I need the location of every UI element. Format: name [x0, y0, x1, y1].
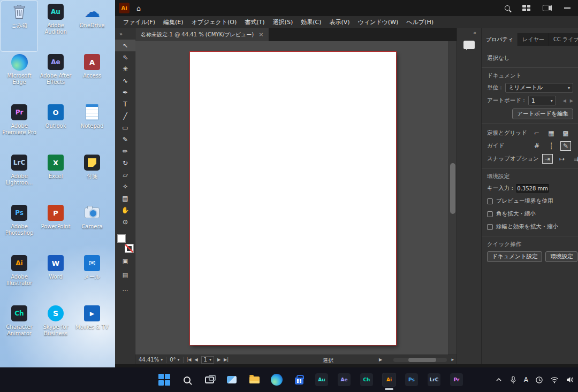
desktop-icon-notepad[interactable]: Notepad: [74, 102, 110, 152]
desktop-icon-powerpoint[interactable]: P PowerPoint: [37, 202, 74, 252]
collapse-panels-icon[interactable]: «: [473, 30, 476, 36]
taskbar-audition-button[interactable]: Au: [315, 373, 329, 387]
horizontal-scrollbar-thumb[interactable]: [408, 358, 436, 362]
canvas[interactable]: [135, 41, 448, 355]
widgets-button[interactable]: [225, 373, 239, 387]
desktop-icon-character-animator[interactable]: Ch Character Animator: [1, 303, 37, 353]
type-tool[interactable]: T: [115, 98, 135, 110]
start-button[interactable]: [157, 373, 171, 387]
menu-view[interactable]: 表示(V): [329, 18, 349, 26]
menu-object[interactable]: オブジェクト(O): [192, 18, 237, 26]
ruler-icon[interactable]: ⌐: [531, 128, 542, 138]
wifi-icon[interactable]: [550, 376, 559, 383]
first-artboard-icon[interactable]: |◀: [187, 357, 192, 362]
close-tab-icon[interactable]: ×: [258, 31, 263, 38]
vertical-scrollbar[interactable]: [448, 41, 457, 355]
edit-toolbar-icon[interactable]: …: [115, 283, 135, 294]
desktop-icon-skype-for-business[interactable]: S Skype for Business: [37, 303, 74, 353]
eyedropper-tool[interactable]: ✧: [115, 181, 135, 193]
menu-effect[interactable]: 効果(C): [301, 18, 321, 26]
desktop-icon-onedrive[interactable]: ☁ OneDrive: [74, 1, 110, 51]
desktop-icon-excel[interactable]: X Excel: [37, 152, 74, 202]
transparency-grid-icon[interactable]: ▩: [560, 128, 571, 138]
menu-type[interactable]: 書式(T): [245, 18, 264, 26]
desktop-icon-camera[interactable]: Camera: [74, 202, 110, 252]
scale-strokes-effects-checkbox[interactable]: [487, 224, 493, 230]
zoom-level-select[interactable]: 44.41% ▾: [139, 357, 163, 363]
document-setup-button[interactable]: ドキュメント設定: [487, 251, 542, 262]
artboard-select[interactable]: 1 ▾: [528, 96, 556, 105]
paintbrush-tool[interactable]: ✎: [115, 134, 135, 145]
next-artboard-icon[interactable]: ▶: [217, 357, 220, 362]
desktop-icon-after-effects[interactable]: Ae Adobe After Effects: [37, 51, 74, 102]
edge-button[interactable]: [270, 373, 284, 387]
menu-help[interactable]: ヘルプ(H): [406, 18, 434, 26]
microphone-icon[interactable]: [509, 376, 517, 384]
minimize-button[interactable]: [564, 7, 571, 9]
tab-cc-libraries[interactable]: CC ライブラリ: [549, 33, 578, 46]
document-tab[interactable]: 名称未設定-1 @ 44.41 % (CMYK/プレビュー) ×: [135, 28, 269, 41]
fill-swatch[interactable]: [117, 234, 126, 243]
desktop-icon-illustrator[interactable]: Ai Adobe Illustrator: [1, 252, 37, 303]
clock-icon[interactable]: [535, 376, 543, 384]
menu-select[interactable]: 選択(S): [273, 18, 293, 26]
taskbar-search-button[interactable]: [180, 373, 194, 387]
rectangle-tool[interactable]: ▭: [115, 122, 135, 134]
arrange-documents-icon[interactable]: [522, 5, 530, 11]
taskbar-photoshop-button[interactable]: Ps: [405, 373, 419, 387]
scale-corners-checkbox[interactable]: [487, 211, 493, 217]
desktop-icon-movies-tv[interactable]: ▶ Movies & TV: [74, 303, 110, 353]
desktop-icon-access[interactable]: A Access: [74, 51, 110, 102]
taskbar-illustrator-button[interactable]: Ai: [382, 373, 396, 387]
snap-to-grid-icon[interactable]: ⇥: [542, 154, 553, 164]
lasso-tool[interactable]: ∿: [115, 75, 135, 87]
hand-tool[interactable]: ✋: [115, 204, 135, 216]
smart-guides-icon[interactable]: ✎: [560, 141, 571, 151]
file-explorer-button[interactable]: [247, 373, 261, 387]
taskbar-character-animator-button[interactable]: Ch: [360, 373, 374, 387]
volume-icon[interactable]: [566, 376, 574, 383]
snap-to-pixel-icon[interactable]: ⇉: [571, 154, 578, 164]
desktop-icon-sticky-notes[interactable]: 付箋: [74, 152, 110, 202]
task-view-button[interactable]: [202, 373, 216, 387]
artboard-navigation-select[interactable]: 1 ▾: [201, 356, 214, 364]
stroke-swatch[interactable]: [125, 244, 133, 252]
horizontal-scrollbar[interactable]: [393, 358, 447, 362]
previous-artboard-icon[interactable]: ◀: [194, 357, 197, 362]
home-icon[interactable]: ⌂: [136, 4, 141, 12]
taskbar-lightroom-classic-button[interactable]: LrC: [427, 373, 441, 387]
taskbar-after-effects-button[interactable]: Ae: [337, 373, 351, 387]
last-artboard-icon[interactable]: ▶|: [224, 357, 229, 362]
workspace-switcher-icon[interactable]: [543, 5, 552, 11]
desktop-icon-premiere-pro[interactable]: Pr Adobe Premiere Pro: [1, 102, 37, 152]
rotate-tool[interactable]: ↻: [115, 157, 135, 169]
search-icon[interactable]: [505, 5, 510, 11]
microsoft-store-button[interactable]: [292, 373, 306, 387]
previous-artboard-arrow-icon[interactable]: ◀: [563, 98, 566, 103]
key-input-field[interactable]: [516, 184, 549, 193]
tab-properties[interactable]: プロパティ: [482, 33, 518, 46]
gradient-tool[interactable]: ▤: [115, 193, 135, 204]
menu-window[interactable]: ウィンドウ(W): [358, 18, 399, 26]
grid-icon[interactable]: ▦: [546, 128, 557, 138]
tray-overflow-chevron-icon[interactable]: [495, 376, 503, 383]
zoom-tool[interactable]: ⊙: [115, 216, 135, 228]
direct-selection-tool[interactable]: ⇖: [115, 51, 135, 63]
magic-wand-tool[interactable]: ✳: [115, 63, 135, 75]
desktop-icon-photoshop[interactable]: Ps Adobe Photoshop: [1, 202, 37, 252]
color-mode-icon[interactable]: ▤: [115, 270, 135, 280]
next-artboard-arrow-icon[interactable]: ▶: [570, 98, 573, 103]
artboard[interactable]: [190, 52, 396, 345]
scale-tool[interactable]: ▱: [115, 169, 135, 181]
comments-icon[interactable]: [463, 41, 475, 49]
desktop-icon-outlook[interactable]: O Outlook: [37, 102, 74, 152]
taskbar-premiere-pro-button[interactable]: Pr: [450, 373, 463, 387]
desktop-icon-microsoft-edge[interactable]: Microsoft Edge: [1, 51, 37, 102]
line-segment-tool[interactable]: ╱: [115, 110, 135, 122]
edit-artboards-button[interactable]: アートボードを編集: [512, 109, 573, 119]
pencil-tool[interactable]: ✏: [115, 145, 135, 157]
desktop-icon-mail[interactable]: ✉ メール: [74, 252, 110, 303]
vertical-scrollbar-thumb[interactable]: [450, 163, 455, 214]
menu-edit[interactable]: 編集(E): [163, 18, 184, 26]
ime-indicator[interactable]: A: [524, 376, 528, 383]
